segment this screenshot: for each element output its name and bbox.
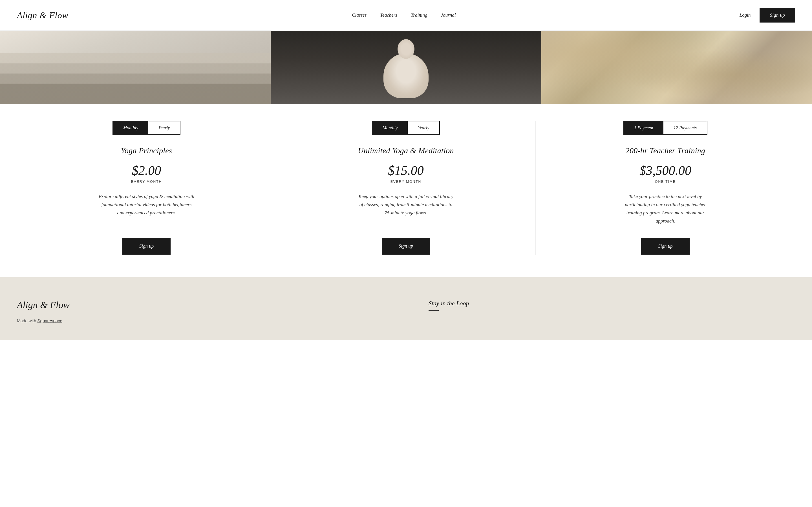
yoga-principles-yearly-btn[interactable]: Yearly: [148, 121, 180, 134]
nav-journal[interactable]: Journal: [441, 12, 456, 18]
pricing-section: Monthly Yearly Yoga Principles $2.00 EVE…: [0, 104, 812, 277]
yoga-principles-signup-button[interactable]: Sign up: [122, 238, 170, 255]
nav-training[interactable]: Training: [411, 12, 427, 18]
nav-signup-button[interactable]: Sign up: [760, 8, 795, 22]
squarespace-link[interactable]: Squarespace: [38, 318, 62, 323]
teacher-training-12payments-btn[interactable]: 12 Payments: [663, 121, 707, 134]
nav-logo[interactable]: Align & Flow: [17, 10, 68, 20]
unlimited-yoga-monthly-btn[interactable]: Monthly: [372, 121, 408, 134]
nav-actions: Login Sign up: [740, 8, 795, 22]
unlimited-yoga-signup-button[interactable]: Sign up: [382, 238, 430, 255]
nav-classes[interactable]: Classes: [352, 12, 366, 18]
yoga-principles-price: $2.00: [132, 163, 161, 178]
unlimited-yoga-yearly-btn[interactable]: Yearly: [408, 121, 439, 134]
footer: Align & Flow Made with Squarespace Stay …: [0, 277, 812, 340]
teacher-training-1payment-btn[interactable]: 1 Payment: [624, 121, 663, 134]
teacher-training-price: $3,500.00: [640, 163, 691, 178]
unlimited-yoga-title: Unlimited Yoga & Meditation: [358, 146, 454, 155]
pricing-card-unlimited-yoga: Monthly Yearly Unlimited Yoga & Meditati…: [276, 121, 536, 255]
footer-left: Align & Flow Made with Squarespace: [17, 300, 400, 323]
login-link[interactable]: Login: [740, 12, 751, 18]
pricing-card-yoga-principles: Monthly Yearly Yoga Principles $2.00 EVE…: [17, 121, 276, 255]
unlimited-yoga-toggle: Monthly Yearly: [372, 121, 440, 135]
teacher-training-title: 200-hr Teacher Training: [626, 146, 705, 155]
footer-divider: [428, 311, 439, 311]
unlimited-yoga-description: Keep your options open with a full virtu…: [358, 193, 454, 217]
teacher-training-toggle: 1 Payment 12 Payments: [623, 121, 707, 135]
yoga-principles-toggle: Monthly Yearly: [112, 121, 181, 135]
yoga-principles-period: EVERY MONTH: [131, 180, 162, 184]
nav-teachers[interactable]: Teachers: [380, 12, 397, 18]
footer-logo: Align & Flow: [17, 300, 400, 311]
teacher-training-signup-button[interactable]: Sign up: [641, 238, 689, 255]
pricing-card-teacher-training: 1 Payment 12 Payments 200-hr Teacher Tra…: [536, 121, 795, 255]
footer-stay-in-loop: Stay in the Loop: [428, 300, 795, 307]
footer-made-with-prefix: Made with: [17, 318, 36, 323]
navbar: Align & Flow Classes Teachers Training J…: [0, 0, 812, 31]
hero-image-meditation: [271, 31, 541, 104]
yoga-principles-monthly-btn[interactable]: Monthly: [113, 121, 148, 134]
unlimited-yoga-price: $15.00: [388, 163, 424, 178]
footer-right: Stay in the Loop: [412, 300, 795, 323]
hero-image-marble: [541, 31, 812, 104]
teacher-training-period: ONE TIME: [655, 180, 676, 184]
unlimited-yoga-period: EVERY MONTH: [391, 180, 421, 184]
teacher-training-description: Take your practice to the next level by …: [617, 193, 713, 225]
hero-image-stairs: [0, 31, 271, 104]
footer-made-with: Made with Squarespace: [17, 318, 400, 323]
nav-links: Classes Teachers Training Journal: [352, 12, 456, 18]
yoga-principles-description: Explore different styles of yoga & medit…: [99, 193, 195, 217]
yoga-principles-title: Yoga Principles: [121, 146, 172, 155]
hero-images: [0, 31, 812, 104]
